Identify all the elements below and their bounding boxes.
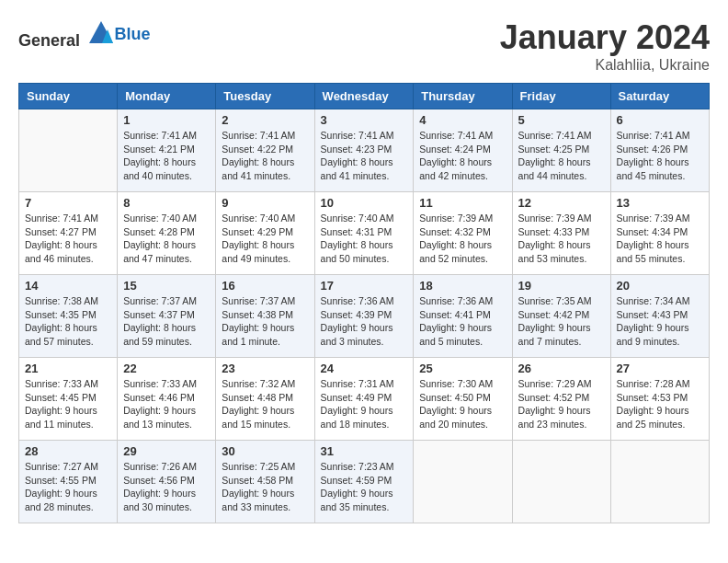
day-number: 9 bbox=[222, 196, 308, 210]
calendar-cell: 8Sunrise: 7:40 AMSunset: 4:28 PMDaylight… bbox=[118, 192, 216, 275]
calendar-week-4: 21Sunrise: 7:33 AMSunset: 4:45 PMDayligh… bbox=[19, 358, 710, 441]
weekday-header-saturday: Saturday bbox=[610, 84, 709, 109]
cell-sun-info: Sunrise: 7:26 AMSunset: 4:56 PMDaylight:… bbox=[123, 460, 210, 514]
calendar-cell: 24Sunrise: 7:31 AMSunset: 4:49 PMDayligh… bbox=[314, 358, 414, 441]
logo: General Blue bbox=[18, 18, 151, 51]
cell-sun-info: Sunrise: 7:41 AMSunset: 4:25 PMDaylight:… bbox=[518, 129, 605, 183]
header: General Blue January 2024 Kalahliia, Ukr… bbox=[18, 18, 710, 74]
calendar-cell: 27Sunrise: 7:28 AMSunset: 4:53 PMDayligh… bbox=[610, 358, 709, 441]
calendar-cell: 14Sunrise: 7:38 AMSunset: 4:35 PMDayligh… bbox=[19, 275, 118, 358]
day-number: 2 bbox=[222, 113, 308, 127]
calendar-cell: 9Sunrise: 7:40 AMSunset: 4:29 PMDaylight… bbox=[216, 192, 314, 275]
calendar-cell: 25Sunrise: 7:30 AMSunset: 4:50 PMDayligh… bbox=[414, 358, 512, 441]
day-number: 19 bbox=[518, 279, 605, 293]
calendar-cell: 30Sunrise: 7:25 AMSunset: 4:58 PMDayligh… bbox=[216, 441, 314, 523]
day-number: 23 bbox=[222, 362, 308, 375]
calendar-body: 1Sunrise: 7:41 AMSunset: 4:21 PMDaylight… bbox=[19, 109, 710, 523]
day-number: 10 bbox=[321, 196, 408, 210]
calendar-cell: 10Sunrise: 7:40 AMSunset: 4:31 PMDayligh… bbox=[314, 192, 414, 275]
cell-sun-info: Sunrise: 7:39 AMSunset: 4:34 PMDaylight:… bbox=[617, 212, 703, 266]
logo-blue-text: Blue bbox=[115, 25, 151, 43]
cell-sun-info: Sunrise: 7:39 AMSunset: 4:33 PMDaylight:… bbox=[518, 212, 605, 266]
cell-sun-info: Sunrise: 7:41 AMSunset: 4:23 PMDaylight:… bbox=[321, 129, 408, 183]
weekday-header-thursday: Thursday bbox=[414, 84, 512, 109]
calendar-cell: 1Sunrise: 7:41 AMSunset: 4:21 PMDaylight… bbox=[118, 109, 216, 192]
cell-sun-info: Sunrise: 7:39 AMSunset: 4:32 PMDaylight:… bbox=[419, 212, 506, 266]
weekday-header-monday: Monday bbox=[118, 84, 216, 109]
calendar-cell: 6Sunrise: 7:41 AMSunset: 4:26 PMDaylight… bbox=[610, 109, 709, 192]
calendar-cell: 21Sunrise: 7:33 AMSunset: 4:45 PMDayligh… bbox=[19, 358, 118, 441]
calendar-cell: 20Sunrise: 7:34 AMSunset: 4:43 PMDayligh… bbox=[610, 275, 709, 358]
day-number: 6 bbox=[617, 113, 703, 127]
cell-sun-info: Sunrise: 7:41 AMSunset: 4:22 PMDaylight:… bbox=[222, 129, 308, 183]
cell-sun-info: Sunrise: 7:27 AMSunset: 4:55 PMDaylight:… bbox=[25, 460, 111, 514]
cell-sun-info: Sunrise: 7:41 AMSunset: 4:27 PMDaylight:… bbox=[25, 212, 111, 266]
calendar-cell: 3Sunrise: 7:41 AMSunset: 4:23 PMDaylight… bbox=[314, 109, 414, 192]
cell-sun-info: Sunrise: 7:40 AMSunset: 4:28 PMDaylight:… bbox=[123, 212, 210, 266]
calendar-cell: 12Sunrise: 7:39 AMSunset: 4:33 PMDayligh… bbox=[512, 192, 610, 275]
day-number: 28 bbox=[25, 444, 111, 458]
cell-sun-info: Sunrise: 7:41 AMSunset: 4:26 PMDaylight:… bbox=[617, 129, 703, 183]
calendar-table: SundayMondayTuesdayWednesdayThursdayFrid… bbox=[18, 83, 710, 523]
day-number: 8 bbox=[123, 196, 210, 210]
cell-sun-info: Sunrise: 7:40 AMSunset: 4:31 PMDaylight:… bbox=[321, 212, 408, 266]
logo-general-text: General bbox=[18, 31, 80, 50]
weekday-header-sunday: Sunday bbox=[19, 84, 118, 109]
cell-sun-info: Sunrise: 7:38 AMSunset: 4:35 PMDaylight:… bbox=[25, 294, 111, 349]
day-number: 4 bbox=[419, 113, 506, 127]
day-number: 30 bbox=[222, 444, 308, 458]
calendar-cell: 15Sunrise: 7:37 AMSunset: 4:37 PMDayligh… bbox=[118, 275, 216, 358]
calendar-cell: 5Sunrise: 7:41 AMSunset: 4:25 PMDaylight… bbox=[512, 109, 610, 192]
weekday-header-tuesday: Tuesday bbox=[216, 84, 314, 109]
calendar-cell: 19Sunrise: 7:35 AMSunset: 4:42 PMDayligh… bbox=[512, 275, 610, 358]
day-number: 22 bbox=[123, 362, 210, 375]
day-number: 12 bbox=[518, 196, 605, 210]
cell-sun-info: Sunrise: 7:36 AMSunset: 4:39 PMDaylight:… bbox=[321, 294, 408, 349]
cell-sun-info: Sunrise: 7:40 AMSunset: 4:29 PMDaylight:… bbox=[222, 212, 308, 266]
title-area: January 2024 Kalahliia, Ukraine bbox=[500, 18, 710, 74]
cell-sun-info: Sunrise: 7:31 AMSunset: 4:49 PMDaylight:… bbox=[321, 377, 408, 431]
cell-sun-info: Sunrise: 7:33 AMSunset: 4:46 PMDaylight:… bbox=[123, 377, 210, 431]
day-number: 3 bbox=[321, 113, 408, 127]
day-number: 7 bbox=[25, 196, 111, 210]
calendar-cell: 22Sunrise: 7:33 AMSunset: 4:46 PMDayligh… bbox=[118, 358, 216, 441]
calendar-week-5: 28Sunrise: 7:27 AMSunset: 4:55 PMDayligh… bbox=[19, 441, 710, 523]
month-title: January 2024 bbox=[500, 18, 710, 57]
day-number: 21 bbox=[25, 362, 111, 375]
day-number: 11 bbox=[419, 196, 506, 210]
calendar-cell: 23Sunrise: 7:32 AMSunset: 4:48 PMDayligh… bbox=[216, 358, 314, 441]
day-number: 29 bbox=[123, 444, 210, 458]
calendar-cell bbox=[19, 109, 118, 192]
calendar-cell bbox=[414, 441, 512, 523]
location-title: Kalahliia, Ukraine bbox=[500, 57, 710, 74]
calendar-cell: 28Sunrise: 7:27 AMSunset: 4:55 PMDayligh… bbox=[19, 441, 118, 523]
day-number: 26 bbox=[518, 362, 605, 375]
day-number: 5 bbox=[518, 113, 605, 127]
cell-sun-info: Sunrise: 7:36 AMSunset: 4:41 PMDaylight:… bbox=[419, 294, 506, 349]
cell-sun-info: Sunrise: 7:23 AMSunset: 4:59 PMDaylight:… bbox=[321, 460, 408, 514]
calendar-cell bbox=[512, 441, 610, 523]
cell-sun-info: Sunrise: 7:41 AMSunset: 4:21 PMDaylight:… bbox=[123, 129, 210, 183]
calendar-cell: 13Sunrise: 7:39 AMSunset: 4:34 PMDayligh… bbox=[610, 192, 709, 275]
day-number: 25 bbox=[419, 362, 506, 375]
cell-sun-info: Sunrise: 7:28 AMSunset: 4:53 PMDaylight:… bbox=[617, 377, 703, 431]
cell-sun-info: Sunrise: 7:29 AMSunset: 4:52 PMDaylight:… bbox=[518, 377, 605, 431]
calendar-cell: 26Sunrise: 7:29 AMSunset: 4:52 PMDayligh… bbox=[512, 358, 610, 441]
calendar-week-1: 1Sunrise: 7:41 AMSunset: 4:21 PMDaylight… bbox=[19, 109, 710, 192]
calendar-cell: 4Sunrise: 7:41 AMSunset: 4:24 PMDaylight… bbox=[414, 109, 512, 192]
calendar-week-3: 14Sunrise: 7:38 AMSunset: 4:35 PMDayligh… bbox=[19, 275, 710, 358]
day-number: 27 bbox=[617, 362, 703, 375]
cell-sun-info: Sunrise: 7:35 AMSunset: 4:42 PMDaylight:… bbox=[518, 294, 605, 349]
logo-icon bbox=[87, 18, 115, 46]
cell-sun-info: Sunrise: 7:30 AMSunset: 4:50 PMDaylight:… bbox=[419, 377, 506, 431]
cell-sun-info: Sunrise: 7:37 AMSunset: 4:38 PMDaylight:… bbox=[222, 294, 308, 349]
calendar-cell: 2Sunrise: 7:41 AMSunset: 4:22 PMDaylight… bbox=[216, 109, 314, 192]
day-number: 14 bbox=[25, 279, 111, 293]
cell-sun-info: Sunrise: 7:34 AMSunset: 4:43 PMDaylight:… bbox=[617, 294, 703, 349]
day-number: 18 bbox=[419, 279, 506, 293]
cell-sun-info: Sunrise: 7:41 AMSunset: 4:24 PMDaylight:… bbox=[419, 129, 506, 183]
calendar-cell bbox=[610, 441, 709, 523]
calendar-week-2: 7Sunrise: 7:41 AMSunset: 4:27 PMDaylight… bbox=[19, 192, 710, 275]
calendar-cell: 7Sunrise: 7:41 AMSunset: 4:27 PMDaylight… bbox=[19, 192, 118, 275]
cell-sun-info: Sunrise: 7:33 AMSunset: 4:45 PMDaylight:… bbox=[25, 377, 111, 431]
